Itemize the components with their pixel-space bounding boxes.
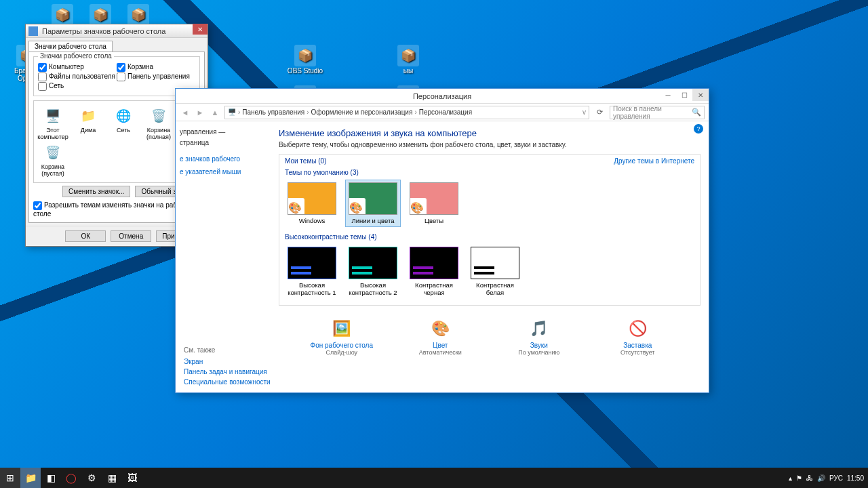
check-computer[interactable]: Компьютер bbox=[38, 63, 117, 72]
desktop-icon[interactable]: 📦ыы bbox=[388, 45, 429, 75]
sidebar-link-icons[interactable]: е значков рабочего bbox=[180, 154, 267, 165]
taskbar-app[interactable]: ◧ bbox=[41, 468, 61, 488]
default-themes-label: Темы по умолчанию (3) bbox=[285, 169, 359, 176]
theme-item[interactable]: 🎨Линии и цвета bbox=[346, 180, 400, 226]
seealso-link[interactable]: Панель задач и навигация bbox=[184, 367, 272, 377]
tray-clock[interactable]: 11:50 bbox=[847, 474, 864, 482]
preview-icon[interactable]: 🖥️Этот компьютер bbox=[37, 106, 69, 140]
theme-item[interactable]: Высокая контрастность 2 bbox=[346, 245, 400, 298]
bottom-action[interactable]: 🎵ЗвукиПо умолчанию bbox=[492, 318, 587, 356]
preview-icon[interactable]: 🗑️Корзина (полная) bbox=[142, 106, 175, 140]
page-subheading: Выберите тему, чтобы одновременно измени… bbox=[279, 141, 701, 148]
address-bar[interactable]: 🖥️ › Панель управления › Оформление и пе… bbox=[224, 106, 589, 119]
taskbar: ⊞ 📁 ◧ ◯ ⚙ ▦ 🖼 ▴ ⚑ 🖧 🔊 РУС 11:50 bbox=[0, 468, 868, 488]
dialog-titlebar[interactable]: Параметры значков рабочего стола ✕ bbox=[26, 24, 208, 38]
change-icon-button[interactable]: Сменить значок... bbox=[62, 186, 130, 197]
breadcrumb[interactable]: Оформление и персонализация bbox=[311, 108, 413, 116]
my-themes-label: Мои темы (0) bbox=[285, 157, 326, 165]
taskbar-app[interactable]: 📁 bbox=[20, 468, 41, 488]
dialog-title: Параметры значков рабочего стола bbox=[42, 27, 205, 35]
cancel-button[interactable]: Отмена bbox=[111, 230, 151, 242]
breadcrumb[interactable]: Панель управления bbox=[242, 108, 304, 116]
tray-flag-icon[interactable]: ⚑ bbox=[796, 474, 802, 482]
bottom-action[interactable]: 🚫ЗаставкаОтсутствует bbox=[590, 318, 685, 356]
preview-icon[interactable]: 🌐Сеть bbox=[107, 106, 140, 140]
back-button[interactable]: ◄ bbox=[180, 107, 191, 118]
maximize-button[interactable]: ☐ bbox=[676, 89, 692, 101]
taskbar-app[interactable]: 🖼 bbox=[122, 468, 142, 488]
close-button[interactable]: ✕ bbox=[692, 89, 709, 101]
check-network[interactable]: Сеть bbox=[38, 82, 117, 91]
theme-item[interactable]: Контрастная черная bbox=[407, 245, 461, 298]
check-userfiles[interactable]: Файлы пользователя bbox=[38, 73, 117, 81]
dialog-close-button[interactable]: ✕ bbox=[193, 24, 208, 35]
group-label: Значки рабочего стола bbox=[38, 52, 114, 60]
hc-themes-label: Высококонтрастные темы (4) bbox=[285, 233, 377, 241]
taskbar-app[interactable]: ◯ bbox=[61, 468, 81, 488]
check-recycle[interactable]: Корзина bbox=[117, 63, 195, 72]
dialog-icon bbox=[28, 26, 38, 36]
preview-icon[interactable]: 📁Дима bbox=[72, 106, 104, 140]
start-button[interactable]: ⊞ bbox=[0, 468, 20, 488]
theme-item[interactable]: Высокая контрастность 1 bbox=[285, 245, 339, 298]
taskbar-app[interactable]: ⚙ bbox=[81, 468, 102, 488]
check-cpanel[interactable]: Панель управления bbox=[117, 73, 195, 81]
bottom-action[interactable]: 🎨ЦветАвтоматически bbox=[393, 318, 488, 356]
sidebar-link-pointers[interactable]: е указателей мыши bbox=[180, 167, 267, 178]
online-themes-link[interactable]: Другие темы в Интернете bbox=[614, 157, 694, 165]
tray-volume-icon[interactable]: 🔊 bbox=[817, 474, 825, 482]
taskbar-app[interactable]: ▦ bbox=[102, 468, 122, 488]
refresh-button[interactable]: ⟳ bbox=[593, 108, 606, 117]
search-icon: 🔍 bbox=[692, 108, 701, 117]
preview-icon[interactable]: 🗑️Корзина (пустая) bbox=[37, 143, 69, 177]
explorer-title: Персонализация bbox=[176, 92, 709, 100]
up-button[interactable]: ▲ bbox=[210, 107, 220, 118]
theme-item[interactable]: Контрастная белая bbox=[468, 245, 522, 298]
search-input[interactable]: Поиск в панели управления 🔍 bbox=[610, 106, 705, 119]
explorer-titlebar[interactable]: Персонализация ─ ☐ ✕ bbox=[176, 89, 709, 104]
desktop-icon[interactable]: 📦OBS Studio bbox=[285, 45, 326, 75]
tray-language[interactable]: РУС bbox=[829, 474, 843, 482]
theme-item[interactable]: 🎨Цветы bbox=[407, 180, 461, 226]
personalization-window: Персонализация ─ ☐ ✕ ◄ ► ▲ 🖥️ › Панель у… bbox=[175, 88, 709, 393]
breadcrumb[interactable]: Персонализация bbox=[419, 108, 472, 116]
seealso-link[interactable]: Специальные возможности bbox=[184, 377, 272, 387]
tab-desktop-icons[interactable]: Значки рабочего стола bbox=[28, 41, 113, 52]
control-panel-icon: 🖥️ bbox=[228, 108, 236, 116]
tray-network-icon[interactable]: 🖧 bbox=[806, 474, 813, 482]
page-heading: Изменение изображения и звука на компьют… bbox=[279, 128, 701, 138]
seealso-heading: См. также bbox=[184, 345, 272, 355]
forward-button[interactable]: ► bbox=[195, 107, 205, 118]
bottom-action[interactable]: 🖼️Фон рабочего столаСлайд-шоу bbox=[294, 318, 389, 356]
seealso-link[interactable]: Экран bbox=[184, 357, 272, 367]
tray-chevron-icon[interactable]: ▴ bbox=[789, 474, 792, 482]
ok-button[interactable]: ОК bbox=[65, 230, 106, 242]
theme-item[interactable]: 🎨Windows bbox=[285, 180, 339, 226]
minimize-button[interactable]: ─ bbox=[660, 89, 676, 101]
